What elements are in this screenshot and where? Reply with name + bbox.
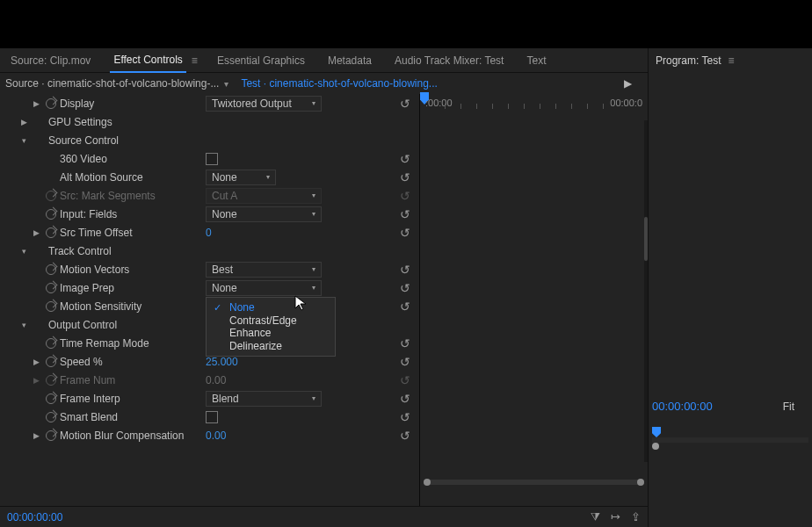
value-motion-blur-comp[interactable]: 0.00 <box>206 430 226 442</box>
param-motion-vectors: Motion Vectors <box>60 264 129 276</box>
reset-icon: ↺ <box>400 189 410 203</box>
reset-icon[interactable]: ↺ <box>400 355 410 369</box>
alt-motion-source-dropdown[interactable]: None▾ <box>206 170 276 185</box>
checkbox-smart-blend[interactable] <box>206 411 218 423</box>
stopwatch-icon[interactable] <box>46 264 56 275</box>
src-mark-segments-dropdown: Cut A▾ <box>206 188 322 204</box>
program-monitor[interactable]: 00:00:00:00 Fit <box>649 73 812 527</box>
filter-icon[interactable]: ⧩ <box>591 510 600 524</box>
ruler-end: 00:00:0 <box>610 97 642 108</box>
reset-icon[interactable]: ↺ <box>400 410 410 424</box>
reset-icon[interactable]: ↺ <box>400 170 410 184</box>
reset-icon[interactable]: ↺ <box>400 392 410 406</box>
ruler-ticks <box>445 104 604 109</box>
step-icon[interactable]: ↦ <box>611 510 620 524</box>
twirl-icon: ▶ <box>32 376 40 385</box>
param-speed: Speed % <box>60 356 103 368</box>
reset-icon[interactable]: ↺ <box>400 263 410 277</box>
twirl-icon[interactable]: ▾ <box>19 247 28 256</box>
reset-icon[interactable]: ↺ <box>400 429 410 443</box>
play-icon[interactable]: ▶ <box>624 77 632 90</box>
effect-timeline[interactable]: :00:00 00:00:0 <box>420 94 648 506</box>
zoom-scrollbar[interactable] <box>424 480 644 485</box>
value-src-time-offset[interactable]: 0 <box>206 227 212 239</box>
breadcrumb-source[interactable]: Source · cinematic-shot-of-volcano-blowi… <box>5 77 219 90</box>
stopwatch-icon[interactable] <box>46 412 56 422</box>
image-prep-menu: ✓None Contrast/Edge Enhance Delinearize <box>206 297 336 357</box>
reset-icon[interactable]: ↺ <box>400 336 410 350</box>
timecode[interactable]: 00:00:00:00 <box>7 511 62 523</box>
reset-icon[interactable]: ↺ <box>400 226 410 240</box>
image-prep-dropdown[interactable]: None▾ <box>206 280 322 296</box>
menu-item-contrast-edge[interactable]: Contrast/Edge Enhance <box>207 317 335 336</box>
zoom-handle-right[interactable] <box>637 479 644 486</box>
stopwatch-icon[interactable] <box>46 98 56 109</box>
frame-interp-dropdown[interactable]: Blend▾ <box>206 391 322 407</box>
stopwatch-icon[interactable] <box>46 357 56 367</box>
stopwatch-icon[interactable] <box>46 430 56 441</box>
param-motion-sensitivity: Motion Sensitivity <box>60 300 141 313</box>
param-src-time-offset: Src Time Offset <box>60 227 132 239</box>
stopwatch-icon[interactable] <box>46 393 56 404</box>
group-gpu-settings[interactable]: GPU Settings <box>48 116 112 128</box>
group-output-control[interactable]: Output Control <box>48 319 117 331</box>
tab-metadata[interactable]: Metadata <box>324 49 375 72</box>
reset-icon: ↺ <box>400 373 410 387</box>
display-dropdown[interactable]: Twixtored Output▾ <box>206 96 322 112</box>
stopwatch-icon[interactable] <box>46 227 56 238</box>
twirl-icon[interactable]: ▶ <box>32 228 40 237</box>
tab-effect-controls[interactable]: Effect Controls <box>110 48 185 73</box>
stopwatch-icon[interactable] <box>46 209 56 220</box>
effect-properties: ▶ Display Twixtored Output▾ ↺ ▶ GPU Sett… <box>0 94 420 506</box>
param-input-fields: Input: Fields <box>60 208 117 220</box>
stopwatch-icon[interactable] <box>46 283 56 293</box>
scrollbar-vertical[interactable] <box>644 120 648 462</box>
zoom-fit-dropdown[interactable]: Fit <box>783 401 794 413</box>
stopwatch-icon <box>46 191 56 201</box>
twirl-icon[interactable]: ▶ <box>32 431 40 440</box>
panel-menu-icon[interactable]: ≡ <box>192 54 198 67</box>
program-title: Program: Test <box>656 54 721 67</box>
tab-text[interactable]: Text <box>523 49 549 72</box>
checkbox-360-video[interactable] <box>206 153 218 165</box>
tab-essential-graphics[interactable]: Essential Graphics <box>214 49 308 72</box>
param-alt-motion-source: Alt Motion Source <box>60 171 143 184</box>
tab-audio-mixer[interactable]: Audio Track Mixer: Test <box>391 49 508 72</box>
param-frame-interp: Frame Interp <box>60 393 120 405</box>
param-display: Display <box>60 97 94 110</box>
value-frame-num: 0.00 <box>206 374 226 386</box>
check-icon: ✓ <box>214 302 221 314</box>
reset-icon[interactable]: ↺ <box>400 281 410 295</box>
twirl-icon[interactable]: ▾ <box>19 136 28 145</box>
stopwatch-icon <box>46 375 56 386</box>
breadcrumb-sequence[interactable]: Test · cinematic-shot-of-volcano-blowing… <box>241 77 437 90</box>
twirl-icon[interactable]: ▶ <box>19 118 28 126</box>
twirl-icon[interactable]: ▶ <box>32 99 40 108</box>
reset-icon[interactable]: ↺ <box>400 300 410 314</box>
input-fields-dropdown[interactable]: None▾ <box>206 206 322 222</box>
menu-item-delinearize[interactable]: Delinearize <box>207 336 335 356</box>
panel-menu-icon[interactable]: ≡ <box>728 54 734 67</box>
program-scrubber[interactable] <box>652 437 808 443</box>
param-time-remap-mode: Time Remap Mode <box>60 337 149 350</box>
twirl-icon[interactable]: ▾ <box>19 321 28 329</box>
playhead-icon[interactable] <box>652 427 661 437</box>
reset-icon[interactable]: ↺ <box>400 207 410 221</box>
reset-icon[interactable]: ↺ <box>400 97 410 111</box>
export-icon[interactable]: ⇪ <box>631 510 641 524</box>
twirl-icon[interactable]: ▶ <box>32 357 40 366</box>
group-source-control[interactable]: Source Control <box>48 134 119 147</box>
param-360-video: 360 Video <box>60 153 107 165</box>
param-src-mark-segments: Src: Mark Segments <box>60 190 156 202</box>
group-track-control[interactable]: Track Control <box>48 245 112 257</box>
stopwatch-icon[interactable] <box>46 301 56 312</box>
stopwatch-icon[interactable] <box>46 338 56 349</box>
program-timecode[interactable]: 00:00:00:00 <box>652 400 713 413</box>
reset-icon[interactable]: ↺ <box>400 152 410 166</box>
tab-source[interactable]: Source: Clip.mov <box>7 49 94 72</box>
value-speed[interactable]: 25.000 <box>206 356 238 368</box>
motion-vectors-dropdown[interactable]: Best▾ <box>206 262 322 278</box>
zoom-handle-left[interactable] <box>424 479 431 486</box>
zoom-handle[interactable] <box>652 443 659 450</box>
chevron-down-icon[interactable]: ▾ <box>224 79 228 89</box>
